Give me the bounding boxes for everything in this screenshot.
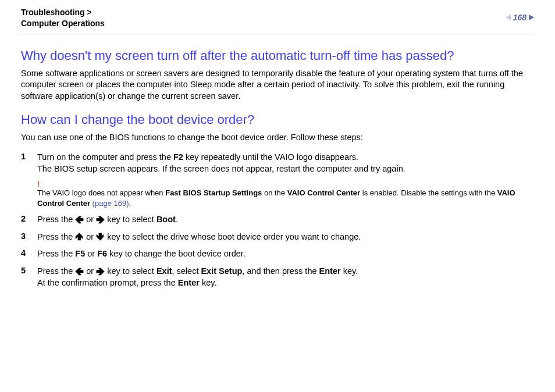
page-number: 168 bbox=[513, 13, 526, 22]
question-2-title: How can I change the boot device order? bbox=[21, 112, 534, 127]
next-page-icon[interactable] bbox=[529, 15, 534, 20]
arrow-up-icon: 🡹 bbox=[75, 233, 84, 241]
step-text: Press the 🡸 or 🡺 key to select Exit, sel… bbox=[37, 266, 358, 288]
key-f6: F6 bbox=[97, 249, 107, 258]
prev-page-icon[interactable] bbox=[506, 15, 511, 20]
step-number: 4 bbox=[21, 248, 37, 260]
page-header: Troubleshooting > Computer Operations 16… bbox=[21, 7, 534, 34]
key-enter: Enter bbox=[178, 278, 200, 287]
step-number: 1 bbox=[21, 152, 37, 174]
page-169-link[interactable]: (page 169) bbox=[90, 199, 129, 208]
step-text: Turn on the computer and press the F2 ke… bbox=[37, 152, 405, 174]
arrow-right-icon: 🡺 bbox=[96, 267, 105, 276]
steps-list: 1 Turn on the computer and press the F2 … bbox=[21, 152, 534, 288]
question-1-body: Some software applications or screen sav… bbox=[21, 68, 534, 102]
arrow-down-icon: 🡻 bbox=[96, 233, 105, 241]
step-text: Press the 🡸 or 🡺 key to select Boot. bbox=[37, 214, 178, 226]
step-1: 1 Turn on the computer and press the F2 … bbox=[21, 152, 534, 174]
warning-note: ! The VAIO logo does not appear when Fas… bbox=[37, 180, 534, 208]
breadcrumb-line2: Computer Operations bbox=[21, 19, 105, 28]
breadcrumb-line1: Troubleshooting > bbox=[21, 8, 92, 17]
step-text: Press the F5 or F6 key to change the boo… bbox=[37, 248, 246, 260]
key-f5: F5 bbox=[75, 249, 85, 258]
step-4: 4 Press the F5 or F6 key to change the b… bbox=[21, 248, 534, 260]
step-number: 3 bbox=[21, 231, 37, 243]
warning-icon: ! bbox=[37, 180, 534, 188]
step-5: 5 Press the 🡸 or 🡺 key to select Exit, s… bbox=[21, 266, 534, 288]
arrow-left-icon: 🡸 bbox=[75, 215, 84, 224]
step-text: Press the 🡹 or 🡻 key to select the drive… bbox=[37, 231, 361, 243]
step-number: 5 bbox=[21, 266, 37, 288]
arrow-right-icon: 🡺 bbox=[96, 215, 105, 224]
arrow-left-icon: 🡸 bbox=[75, 267, 84, 276]
key-enter: Enter bbox=[319, 266, 341, 276]
breadcrumb: Troubleshooting > Computer Operations bbox=[21, 7, 105, 29]
pager: 168 bbox=[506, 13, 534, 22]
step-2: 2 Press the 🡸 or 🡺 key to select Boot. bbox=[21, 214, 534, 226]
question-2-intro: You can use one of the BIOS functions to… bbox=[21, 132, 534, 144]
key-f2: F2 bbox=[173, 152, 183, 162]
question-1-title: Why doesn't my screen turn off after the… bbox=[21, 48, 534, 63]
step-3: 3 Press the 🡹 or 🡻 key to select the dri… bbox=[21, 231, 534, 243]
step-number: 2 bbox=[21, 214, 37, 226]
